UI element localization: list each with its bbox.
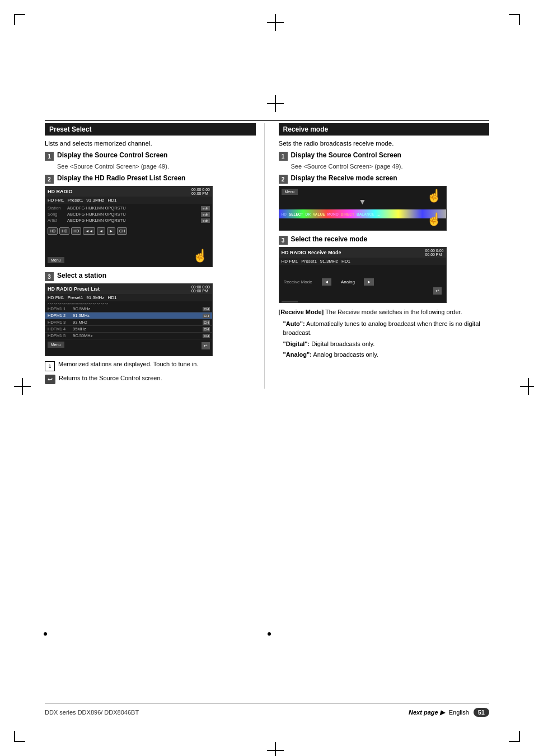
receive-color-bar: HD SELECT DR VALUE MONO DIRECT BALANCE .…	[279, 209, 446, 218]
receive-step-1-sub: See <Source Control Screen> (page 49).	[291, 163, 490, 170]
receive-auto-label: "Auto":	[283, 320, 305, 327]
receive-step-2-title: Display the Receive mode screen	[291, 174, 397, 182]
receive-mode-screen: HD RADIO Receive Mode 00:00 0:0000:00 PM…	[279, 247, 447, 303]
preset-step-3-title: Select a station	[57, 272, 106, 279]
note-1-bullet: 1	[45, 361, 55, 371]
hd-song-edit-icon: edit	[201, 212, 210, 217]
receive-step-1: 1 Display the Source Control Screen See …	[279, 151, 490, 170]
hd-song-value: ABCDFG HIJKLMN OPQRSTU	[67, 212, 199, 217]
receive-nav-right[interactable]: ►	[364, 278, 374, 286]
bullet-dot-left	[44, 632, 47, 636]
next-page-label: Next page ▶	[409, 709, 444, 716]
top-divider	[45, 120, 489, 121]
preset-row-4[interactable]: HDFM1 4 95MHz CH	[45, 326, 212, 333]
hd-artist-edit-icon: edit	[201, 218, 210, 223]
preset-step-1-title: Display the Source Control Screen	[57, 151, 167, 159]
scroll-indicator: ×××××××××××××××××××××××××××××××	[45, 301, 212, 306]
hd-radio-title: HD RADIO	[48, 189, 73, 194]
bottom-info: DDX series DDX896/ DDX8046BT Next page ▶…	[45, 703, 489, 717]
hd-station-label: Station	[48, 206, 67, 211]
hd-freq-band: HD FM1	[48, 198, 64, 203]
hd-song-label: Song	[48, 212, 67, 217]
hd-freq-mhz: 91.3MHz	[86, 198, 104, 203]
preset-list-title: HD RADIO Preset List	[48, 286, 100, 292]
menu-btn-receive-mode[interactable]: Menu	[282, 301, 298, 303]
hd-radio-screen: HD RADIO 00:00 0:0000:00 PM HD FM1 Prese…	[45, 186, 213, 267]
preset-list-time: 00:00 0:0000:00 PM	[191, 285, 210, 293]
return-icon-label: ↩	[45, 375, 55, 384]
return-icon-receive[interactable]: ↩	[433, 287, 442, 295]
hd-btn-rwd[interactable]: ◄◄	[83, 227, 95, 235]
preset-note-1: 1 Memorized stations are displayed. Touc…	[45, 361, 256, 371]
hd-btn-ch[interactable]: CH	[117, 227, 127, 235]
hd-btn-next[interactable]: ►	[107, 227, 115, 235]
receive-digital-line: "Digital": Digital broadcasts only.	[283, 339, 490, 349]
menu-btn-hd[interactable]: Menu	[48, 257, 64, 263]
hd-btn-prev[interactable]: ◄	[97, 227, 105, 235]
preset-select-header: Preset Select	[45, 123, 256, 136]
preset-row-2[interactable]: HDFM1 2 91.3MHz CH	[45, 312, 212, 319]
corner-bracket-tl	[14, 14, 25, 25]
receive-mode-title: Receive mode	[283, 125, 329, 133]
hd-btn-hd2[interactable]: HD	[59, 227, 69, 235]
receive-step-2-number: 2	[279, 175, 288, 184]
return-icon-preset[interactable]: ↩	[202, 342, 210, 349]
receive-step-2: 2 Display the Receive mode screen Menu ☝…	[279, 174, 490, 231]
preset-row-3[interactable]: HDFM1 3 93.MHz CH	[45, 319, 212, 326]
receive-mode-value: Analog	[334, 279, 362, 284]
receive-description: [Receive Mode] The Receive mode switches…	[279, 307, 490, 360]
preset-list-screen: HD RADIO Preset List 00:00 0:0000:00 PM …	[45, 283, 213, 356]
preset-select-title: Preset Select	[49, 125, 91, 133]
note-1-text: Memorized stations are displayed. Touch …	[58, 361, 199, 367]
hd-freq-ch: HD1	[107, 198, 116, 203]
corner-bracket-bl	[14, 731, 25, 742]
receive-nav: ◄ Analog ►	[322, 278, 374, 286]
receive-step-1-number: 1	[279, 152, 288, 161]
preset-step-2: 2 Display the HD Radio Preset List Scree…	[45, 174, 256, 267]
hd-btn-hd3[interactable]: HD	[71, 227, 81, 235]
receive-step-1-title: Display the Source Control Screen	[291, 151, 401, 159]
preset-step-1-sub: See <Source Control Screen> (page 49).	[57, 163, 256, 170]
receive-mode-label: Receive Mode	[284, 279, 317, 284]
preset-select-section: Preset Select Lists and selects memorize…	[45, 123, 265, 389]
receive-nav-left[interactable]: ◄	[322, 278, 332, 286]
receive-analog-line: "Analog": Analog broadcasts only.	[283, 350, 490, 360]
hd-artist-label: Artist	[48, 218, 67, 223]
corner-bracket-tr	[509, 14, 520, 25]
preset-step-3-number: 3	[45, 272, 54, 281]
preset-step-1-number: 1	[45, 152, 54, 161]
preset-select-intro: Lists and selects memorized channel.	[45, 140, 256, 147]
preset-step-2-number: 2	[45, 175, 54, 184]
touch-icon-hd: ☝	[193, 249, 208, 263]
receive-auto-line: "Auto": Automatically tunes to analog br…	[283, 319, 490, 338]
arrow-down-icon: ▼	[279, 195, 446, 208]
receive-mode-intro: Sets the radio broadcasts receive mode.	[279, 140, 490, 147]
preset-step-3: 3 Select a station HD RADIO Preset List …	[45, 272, 256, 384]
hd-station-edit-icon: edit	[201, 206, 210, 211]
receive-mode-header: Receive mode	[279, 123, 490, 136]
receive-desc-term: [Receive Mode]	[279, 309, 324, 315]
receive-auto-value: Automatically tunes to analog broadcast …	[283, 320, 480, 337]
page-language: English	[449, 709, 469, 716]
receive-desc-intro-text: The Receive mode switches in the followi…	[325, 309, 462, 315]
page-info: Next page ▶ English 51	[409, 708, 489, 717]
main-content: Preset Select Lists and selects memorize…	[45, 123, 489, 644]
hd-freq-preset: Preset1	[68, 198, 83, 203]
receive-mode-row: Receive Mode ◄ Analog ►	[279, 276, 446, 288]
receive-mode-section: Receive mode Sets the radio broadcasts r…	[276, 123, 490, 389]
receive-digital-label: "Digital":	[283, 340, 310, 347]
bullet-dot-right	[268, 632, 271, 636]
touch-icon-receive-2: ☝	[427, 212, 442, 227]
hd-radio-time: 00:00 0:0000:00 PM	[191, 188, 210, 195]
preset-notes: 1 Memorized stations are displayed. Touc…	[45, 361, 256, 384]
menu-btn-receive[interactable]: Menu	[282, 189, 298, 195]
preset-row-5[interactable]: HDFM1 5 9C.50MHz CH	[45, 333, 212, 339]
page-number: 51	[474, 708, 489, 717]
hd-btn-hd1[interactable]: HD	[48, 227, 58, 235]
menu-btn-preset[interactable]: Menu	[48, 342, 64, 348]
receive-analog-value: Analog broadcasts only.	[313, 351, 378, 358]
receive-step-3: 3 Select the receive mode HD RADIO Recei…	[279, 235, 490, 303]
corner-bracket-br	[509, 731, 520, 742]
receive-analog-label: "Analog":	[283, 351, 312, 358]
preset-row-1[interactable]: HDFM1 1 9C.5MHz CH	[45, 306, 212, 312]
